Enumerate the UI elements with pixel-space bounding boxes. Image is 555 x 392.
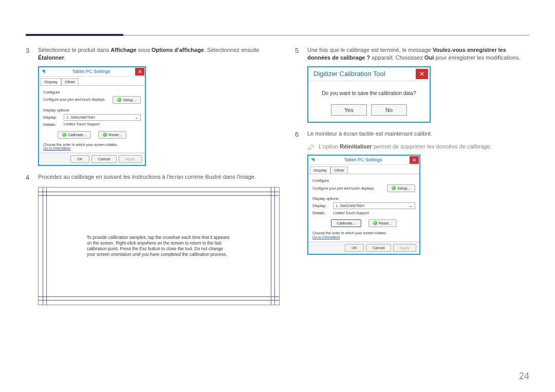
display-options-label: Display options — [312, 196, 415, 201]
label: Reset... — [108, 133, 122, 137]
step-3: 3 Sélectionnez le produit dans Affichage… — [26, 46, 280, 62]
grid-line — [39, 195, 279, 196]
orientation-link[interactable]: Go to Orientation — [312, 235, 415, 239]
setup-button[interactable]: Setup... — [387, 184, 415, 192]
yes-button[interactable]: Yes — [331, 104, 367, 116]
step-text: Une fois que le calibrage est terminé, l… — [307, 46, 529, 62]
details-label: Details: — [312, 211, 330, 215]
dialog-footer: OK Cancel Apply — [308, 241, 419, 254]
ok-button[interactable]: OK — [70, 155, 89, 163]
step-5: 5 Une fois que le calibrage est terminé,… — [295, 46, 529, 62]
close-icon[interactable]: ✕ — [135, 68, 144, 76]
dialog-message: Do you want to save the calibration data… — [308, 81, 430, 102]
display-dropdown[interactable]: 1. SMS24B750H ⌄ — [64, 114, 141, 121]
titlebar: ◥ Tablet PC Settings ✕ — [308, 156, 419, 165]
calibration-screen: To provide calibration samples, tap the … — [38, 187, 280, 305]
calibrate-button[interactable]: Calibrate... — [58, 131, 91, 139]
configure-text: Configure your pen and touch displays. — [43, 98, 109, 102]
t: L'option — [319, 143, 340, 150]
step-6: 6 Le moniteur à écran tactile est mainte… — [295, 130, 529, 139]
tabs: Display Other — [39, 77, 145, 86]
close-icon[interactable]: ✕ — [410, 156, 419, 164]
page-number: 24 — [519, 371, 529, 382]
shield-icon — [117, 98, 121, 102]
dialog-body: Configure Configure your pen and touch d… — [39, 86, 145, 153]
header-accent — [26, 34, 123, 36]
calibration-instructions: To provide calibration samples, tap the … — [87, 235, 231, 257]
dialog-buttons: Yes No — [308, 102, 430, 122]
step-number: 3 — [26, 46, 33, 62]
chevron-down-icon: ⌄ — [135, 115, 138, 120]
dialog-footer: OK Cancel Apply — [39, 153, 145, 165]
tablet-pc-settings-dialog-2: ◥ Tablet PC Settings ✕ Display Other Con… — [307, 155, 420, 255]
app-icon: ◥ — [308, 157, 317, 162]
details-value: Limited Touch Support — [64, 122, 100, 126]
step-text: Procédez au calibrage en suivant les ins… — [38, 173, 280, 182]
reset-button[interactable]: Reset... — [368, 219, 397, 227]
content-columns: 3 Sélectionnez le produit dans Affichage… — [26, 46, 529, 312]
order-text: Choose the order in which your screen ro… — [312, 231, 415, 235]
t: apparaît. Choisissez — [370, 54, 424, 61]
details-label: Details: — [43, 122, 61, 127]
details-value: Limited Touch Support — [333, 211, 369, 215]
t: Sélectionnez le produit dans — [38, 47, 110, 53]
t: pour enregistrer les modifications. — [434, 54, 520, 61]
t: Étalonner — [38, 54, 64, 61]
t: sous — [136, 47, 151, 53]
t: Oui — [424, 54, 434, 61]
reset-button[interactable]: Reset... — [98, 131, 126, 139]
chevron-down-icon: ⌄ — [409, 203, 413, 208]
tab-display[interactable]: Display — [310, 166, 330, 174]
display-dropdown[interactable]: 1. SMS24B750H ⌄ — [333, 202, 415, 209]
step-number: 4 — [26, 173, 33, 182]
tab-other[interactable]: Other — [61, 78, 79, 85]
no-button[interactable]: No — [371, 104, 407, 116]
shield-icon — [373, 221, 377, 225]
t: Une fois que le calibrage est terminé, l… — [307, 47, 433, 53]
window-title: Tablet PC Settings — [47, 69, 135, 74]
tab-display[interactable]: Display — [41, 78, 61, 85]
calibrate-button[interactable]: Calibrate... — [331, 219, 361, 227]
note-text: L'option Réinitialiser permet de supprim… — [319, 143, 492, 150]
label: Calibrate... — [68, 133, 86, 137]
app-icon: ◥ — [39, 69, 47, 74]
dropdown-value: 1. SMS24B750H — [66, 115, 95, 120]
step-number: 5 — [295, 46, 302, 62]
tab-other[interactable]: Other — [330, 166, 348, 174]
cancel-button[interactable]: Cancel — [91, 155, 117, 163]
configure-label: Configure — [43, 90, 141, 95]
shield-icon — [62, 133, 66, 137]
grid-line — [43, 188, 43, 305]
label: Reset... — [379, 221, 392, 226]
display-label: Display: — [312, 203, 330, 208]
step-number: 6 — [295, 130, 302, 139]
dialog-body: Configure Configure your pen and touch d… — [308, 174, 419, 241]
apply-button[interactable]: Apply — [393, 244, 416, 252]
setup-button[interactable]: Setup... — [113, 96, 141, 104]
grid-line — [46, 188, 47, 305]
grid-line — [271, 188, 271, 305]
shield-icon — [392, 186, 396, 190]
display-label: Display: — [43, 115, 61, 120]
t: Réinitialiser — [340, 143, 372, 150]
grid-line — [39, 300, 279, 301]
shield-icon — [103, 133, 107, 137]
label: Setup... — [123, 98, 136, 102]
t: permet de supprimer les données de calib… — [372, 143, 492, 150]
label: Setup... — [397, 186, 411, 191]
step-text: Sélectionnez le produit dans Affichage s… — [38, 46, 280, 62]
cancel-button[interactable]: Cancel — [366, 244, 391, 252]
apply-button[interactable]: Apply — [119, 155, 142, 163]
tabs: Display Other — [308, 165, 419, 174]
t: . Sélectionnez ensuite — [204, 47, 260, 53]
orientation-link[interactable]: Go to Orientation — [43, 146, 141, 150]
grid-line — [39, 192, 279, 192]
step-4: 4 Procédez au calibrage en suivant les i… — [26, 173, 280, 182]
close-icon[interactable]: ✕ — [416, 69, 428, 79]
t: . — [64, 54, 66, 61]
step-text: Le moniteur à écran tactile est maintena… — [307, 130, 529, 139]
left-column: 3 Sélectionnez le produit dans Affichage… — [26, 46, 280, 312]
ok-button[interactable]: OK — [345, 244, 364, 252]
grid-line — [274, 188, 275, 305]
configure-text: Configure your pen and touch displays. — [312, 186, 384, 191]
